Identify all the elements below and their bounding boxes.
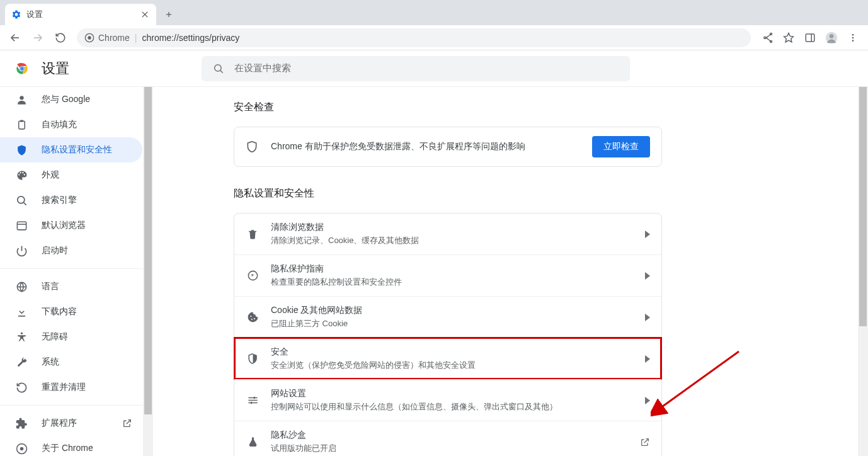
svg-line-45: [660, 351, 739, 408]
divider: [0, 405, 149, 406]
annotation-arrow: [651, 345, 751, 421]
sidebar-item-system[interactable]: 系统: [0, 350, 142, 375]
sidebar-item-reset[interactable]: 重置并清理: [0, 375, 142, 400]
sidebar-item-label: 扩展程序: [42, 418, 77, 429]
gear-icon: [11, 9, 21, 20]
new-tab-button[interactable]: [160, 6, 178, 23]
trash-icon: [246, 229, 260, 240]
browser-tab[interactable]: 设置: [5, 4, 156, 25]
settings-header: 设置 在设置中搜索: [0, 50, 868, 87]
browser-icon: [15, 220, 28, 232]
section-title-privacy: 隐私设置和安全性: [234, 187, 662, 200]
tab-strip: 设置: [0, 0, 868, 25]
scrollbar-thumb[interactable]: [859, 87, 867, 326]
toolbar-right: [757, 28, 863, 48]
svg-point-43: [253, 397, 255, 399]
sidebar-item-label: 无障碍: [42, 331, 68, 343]
sidebar-item-label: 语言: [42, 281, 59, 292]
cookie-icon: [246, 311, 260, 323]
url-text: chrome://settings/privacy: [142, 33, 239, 43]
close-icon[interactable]: [140, 9, 150, 20]
sidebar-item-search-engine[interactable]: 搜索引擎: [0, 188, 142, 213]
side-panel-icon[interactable]: [800, 28, 820, 48]
sidebar-item-you-and-google[interactable]: 您与 Google: [0, 87, 142, 112]
privacy-list: 清除浏览数据清除浏览记录、Cookie、缓存及其他数据 隐私保护指南检查重要的隐…: [234, 213, 662, 456]
svg-marker-42: [251, 274, 254, 276]
forward-button[interactable]: [28, 28, 48, 48]
svg-point-20: [852, 34, 854, 36]
svg-point-31: [17, 196, 24, 203]
row-subtitle: 检查重要的隐私控制设置和安全控件: [271, 276, 645, 288]
sidebar-item-downloads[interactable]: 下载内容: [0, 299, 142, 324]
settings-sidebar: 您与 Google 自动填充 隐私设置和安全性 外观 搜索引擎 默认浏览器: [0, 87, 153, 456]
sidebar-item-languages[interactable]: 语言: [0, 274, 142, 299]
settings-title: 设置: [42, 59, 69, 78]
sidebar-item-appearance[interactable]: 外观: [0, 162, 142, 188]
address-bar[interactable]: Chrome | chrome://settings/privacy: [77, 28, 751, 47]
sidebar-item-label: 启动时: [42, 245, 68, 256]
row-clear-browsing-data[interactable]: 清除浏览数据清除浏览记录、Cookie、缓存及其他数据: [234, 214, 661, 254]
content-scrollbar[interactable]: [858, 87, 868, 456]
svg-point-22: [852, 40, 854, 42]
chrome-logo-icon: [14, 60, 30, 77]
reload-button[interactable]: [50, 28, 71, 48]
restore-icon: [15, 382, 28, 394]
wrench-icon: [15, 356, 28, 368]
svg-point-28: [20, 96, 23, 100]
sidebar-item-privacy[interactable]: 隐私设置和安全性: [0, 137, 142, 162]
sidebar-item-label: 系统: [42, 356, 59, 368]
power-icon: [15, 245, 28, 257]
external-link-icon: [122, 418, 132, 428]
row-privacy-sandbox[interactable]: 隐私沙盒试用版功能已开启: [234, 421, 661, 456]
globe-icon: [15, 281, 28, 293]
sidebar-item-on-startup[interactable]: 启动时: [0, 238, 142, 263]
sidebar-scrollbar[interactable]: [143, 87, 153, 456]
sidebar-item-label: 隐私设置和安全性: [42, 144, 112, 156]
row-security[interactable]: 安全安全浏览（保护您免受危险网站的侵害）和其他安全设置: [234, 338, 661, 379]
sidebar-item-autofill[interactable]: 自动填充: [0, 112, 142, 137]
row-title: 清除浏览数据: [271, 222, 645, 233]
search-icon: [213, 63, 224, 74]
svg-point-26: [215, 64, 222, 71]
row-site-settings[interactable]: 网站设置控制网站可以使用和显示什么信息（如位置信息、摄像头、弹出式窗口及其他）: [234, 379, 661, 421]
external-link-icon: [640, 437, 650, 447]
row-subtitle: 安全浏览（保护您免受危险网站的侵害）和其他安全设置: [271, 360, 645, 371]
site-chip: Chrome: [84, 33, 130, 43]
section-title-safety: 安全检查: [234, 101, 662, 114]
settings-search[interactable]: 在设置中搜索: [202, 56, 630, 81]
bookmark-icon[interactable]: [779, 28, 799, 48]
chevron-right-icon: [645, 272, 650, 280]
sidebar-item-default-browser[interactable]: 默认浏览器: [0, 213, 142, 238]
sidebar-item-accessibility[interactable]: 无障碍: [0, 324, 142, 350]
share-icon[interactable]: [757, 28, 777, 48]
row-subtitle: 试用版功能已开启: [271, 443, 640, 454]
sidebar-item-label: 关于 Chrome: [42, 443, 93, 454]
row-privacy-guide[interactable]: 隐私保护指南检查重要的隐私控制设置和安全控件: [234, 254, 661, 296]
sidebar-item-label: 自动填充: [42, 119, 77, 130]
clipboard-icon: [15, 119, 28, 131]
shield-half-icon: [246, 353, 260, 365]
site-chip-label: Chrome: [98, 33, 130, 43]
row-subtitle: 清除浏览记录、Cookie、缓存及其他数据: [271, 235, 645, 246]
row-cookies[interactable]: Cookie 及其他网站数据已阻止第三方 Cookie: [234, 296, 661, 338]
svg-point-14: [764, 37, 766, 38]
back-button[interactable]: [5, 28, 25, 48]
row-subtitle: 已阻止第三方 Cookie: [271, 318, 645, 329]
sidebar-item-label: 您与 Google: [42, 94, 90, 105]
palette-icon: [15, 169, 28, 181]
sidebar-item-about[interactable]: 关于 Chrome: [0, 436, 142, 456]
tune-icon: [246, 394, 260, 406]
svg-point-11: [88, 36, 91, 39]
scrollbar-thumb[interactable]: [144, 87, 152, 414]
tab-title: 设置: [26, 9, 140, 20]
row-title: Cookie 及其他网站数据: [271, 305, 645, 316]
sidebar-item-extensions[interactable]: 扩展程序: [0, 411, 142, 436]
toolbar: Chrome | chrome://settings/privacy: [0, 25, 868, 50]
divider: [0, 268, 149, 269]
check-now-button[interactable]: 立即检查: [592, 136, 650, 157]
search-placeholder: 在设置中搜索: [234, 62, 291, 74]
profile-icon[interactable]: [821, 28, 842, 48]
shield-outline-icon: [246, 140, 260, 153]
menu-icon[interactable]: [843, 28, 863, 48]
chevron-right-icon: [645, 355, 650, 363]
